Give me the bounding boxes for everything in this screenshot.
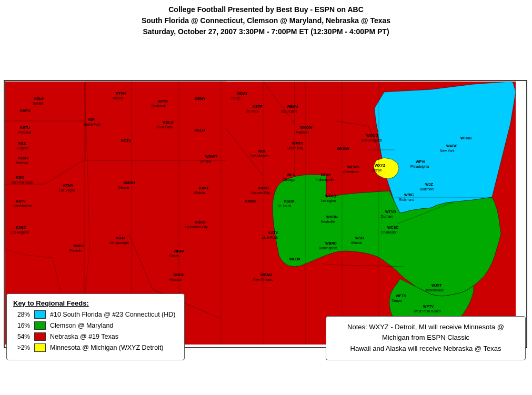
svg-text:WLOX: WLOX [289,257,300,261]
svg-text:Baltimore: Baltimore [420,187,435,191]
svg-text:Las Vegas: Las Vegas [59,188,75,193]
svg-text:Philadelphia: Philadelphia [410,165,429,169]
svg-text:Nashville: Nashville [321,220,335,224]
svg-text:KATU: KATU [20,126,30,129]
svg-text:Phoenix: Phoenix [69,249,82,252]
legend-pct-red: 54% [13,333,30,340]
svg-text:Jacksonville: Jacksonville [425,288,444,292]
svg-text:Portland: Portland [18,130,32,134]
svg-text:KOCO: KOCO [195,220,206,224]
svg-text:KGO: KGO [16,176,25,179]
svg-text:KEZ: KEZ [18,141,26,145]
header-line1: College Football Presented by Best Buy -… [5,4,527,15]
svg-text:Des Moines: Des Moines [250,154,269,158]
svg-text:WSB: WSB [355,236,364,240]
page-header: College Football Presented by Best Buy -… [0,0,532,39]
svg-text:WFTS: WFTS [396,294,406,298]
legend-title: Key to Regional Feeds: [13,299,176,307]
svg-text:Helena: Helena [113,96,124,100]
svg-text:Durham: Durham [381,215,393,218]
svg-text:WPTV: WPTV [423,305,434,308]
legend-row-cyan: 28% #10 South Florida @ #23 Connecticut … [13,310,176,319]
svg-text:Sacramento: Sacramento [13,204,32,208]
svg-text:KTNV: KTNV [63,184,73,187]
svg-text:WKRN: WKRN [326,215,338,219]
svg-text:Grand Rapids: Grand Rapids [361,138,383,143]
legend-swatch-cyan [34,310,46,319]
svg-text:WMTV: WMTV [292,141,304,145]
svg-text:WDAY: WDAY [237,92,248,95]
svg-text:Chicago: Chicago [283,178,295,182]
svg-text:Denver: Denver [118,186,130,189]
svg-text:WCSC: WCSC [387,226,398,229]
svg-text:KFYR: KFYR [158,99,168,103]
svg-text:Idaho Falls: Idaho Falls [84,123,102,126]
legend-row-yellow: >2% Minnesota @ Michigan (WXYZ Detroit) [13,343,176,352]
svg-text:St. Louis: St. Louis [278,204,292,208]
svg-text:KABC: KABC [16,226,26,229]
legend-row-red: 54% Nebraska @ #19 Texas [13,332,176,341]
notes-line1: Notes: WXYZ - Detroit, MI will receive M… [334,322,518,344]
svg-text:WOWT: WOWT [205,155,218,158]
svg-text:St. Paul: St. Paul [246,109,258,113]
svg-text:WJXT: WJXT [431,283,442,287]
svg-text:WEWS: WEWS [347,165,359,169]
svg-text:Birmingham: Birmingham [319,246,337,250]
svg-text:KELO: KELO [195,128,205,132]
svg-text:KOTA: KOTA [121,139,131,143]
legend-label-yellow: Minnesota @ Michigan (WXYZ Detroit) [50,344,164,351]
svg-text:Detroit: Detroit [372,168,382,172]
notes-box: Notes: WXYZ - Detroit, MI will receive M… [326,316,526,360]
svg-text:WBRC: WBRC [325,241,337,245]
legend-swatch-yellow [34,343,46,352]
svg-text:Tampa: Tampa [392,299,402,303]
svg-text:Green Bay: Green Bay [287,146,304,150]
svg-text:RTV6: RTV6 [321,173,330,177]
svg-text:WEAU: WEAU [287,105,298,108]
map-container: KXL0 Seattle KAPU KATU Portland KEZ Euge… [0,39,532,366]
svg-text:KOAT: KOAT [116,236,126,240]
svg-text:Indianapolis: Indianapolis [316,178,334,182]
svg-text:Houston: Houston [169,278,183,281]
svg-text:KAPU: KAPU [20,109,31,113]
svg-text:Omaha: Omaha [200,159,212,163]
svg-text:KAKE: KAKE [199,186,209,190]
svg-text:KDRV: KDRV [18,156,29,160]
svg-text:WGNO: WGNO [260,273,273,277]
legend-label-red: Nebraska @ #19 Texas [50,333,118,340]
svg-text:Seattle: Seattle [33,102,44,105]
svg-text:WPVI: WPVI [416,160,425,164]
svg-text:Atlanta: Atlanta [351,241,362,245]
svg-text:San Francisco: San Francisco [12,180,34,184]
svg-text:KXL0: KXL0 [34,97,44,100]
svg-text:Wichita: Wichita [194,191,205,195]
svg-text:WXYZ: WXYZ [375,164,386,167]
svg-text:Charleston: Charleston [381,230,398,234]
svg-text:KXTV: KXTV [16,199,26,203]
svg-text:KSDK: KSDK [284,199,295,203]
svg-text:Eugene: Eugene [17,146,29,150]
svg-text:WTVQ: WTVQ [325,194,337,198]
svg-text:Los Angeles: Los Angeles [11,230,29,235]
svg-text:WTVD: WTVD [385,210,396,214]
svg-text:WRIC: WRIC [404,193,414,197]
svg-text:New Orleans: New Orleans [253,278,273,281]
svg-text:WABC: WABC [446,144,457,148]
svg-text:Fargo: Fargo [232,96,240,100]
svg-text:Richmond: Richmond [399,198,415,201]
svg-text:KTVH: KTVH [116,92,126,95]
svg-text:WJZ: WJZ [425,183,434,186]
svg-text:Oklahoma City: Oklahoma City [185,225,208,229]
svg-text:KIFI: KIFI [88,118,95,121]
svg-text:WTNH: WTNH [460,136,471,140]
legend-box: Key to Regional Feeds: 28% #10 South Flo… [6,293,185,360]
svg-text:Eau Claire: Eau Claire [282,109,298,113]
svg-text:Cleveland: Cleveland [343,170,358,174]
legend-swatch-red [34,332,46,341]
svg-text:WFAA: WFAA [174,249,185,253]
svg-text:Dallas: Dallas [169,254,179,258]
svg-text:Sioux Falls: Sioux Falls [156,125,173,129]
svg-text:Lexington: Lexington [321,199,336,203]
legend-label-green: Clemson @ Maryland [50,322,113,329]
legend-swatch-green [34,321,46,330]
